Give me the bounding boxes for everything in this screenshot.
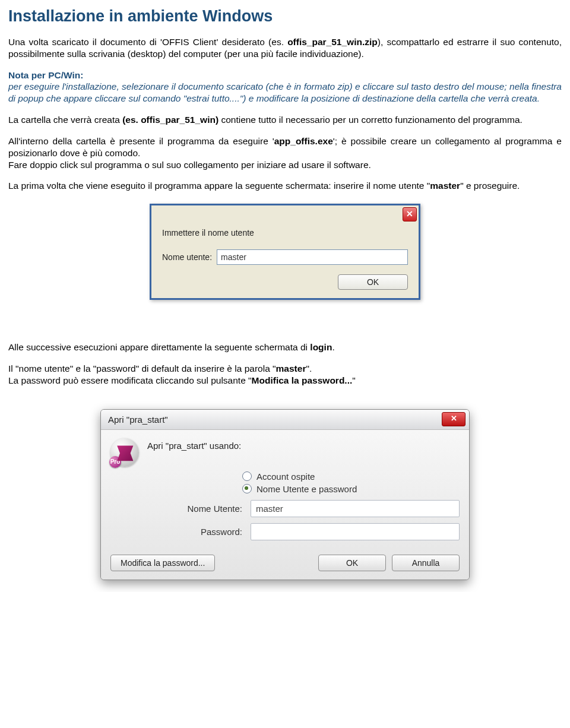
login-text: login	[310, 342, 332, 352]
text: .	[332, 342, 334, 352]
text: All'interno della cartella è presente il…	[8, 136, 274, 146]
master-text: master	[276, 363, 306, 374]
dialog2-button-row: Modifica la password... OK Annulla	[110, 550, 460, 571]
login-user-label: Nome Utente:	[147, 504, 251, 514]
close-icon[interactable]: ✕	[403, 207, 417, 221]
modify-password-text: Modifica la password...	[252, 375, 353, 385]
dialog1-prompt: Immettere il nome utente	[162, 228, 408, 238]
dialog1-body: Immettere il nome utente Nome utente: OK	[151, 205, 419, 298]
paragraph-exe: All'interno della cartella è presente il…	[8, 135, 562, 159]
dialog2-top-row: Pro Apri "pra_start" usando:	[110, 438, 460, 467]
dialog1-container: ✕ Immettere il nome utente Nome utente: …	[8, 204, 562, 300]
username-input[interactable]	[217, 249, 408, 265]
radio-guest-row[interactable]: Account ospite	[242, 471, 460, 482]
dialog1-input-row: Nome utente:	[162, 249, 408, 265]
modify-password-button[interactable]: Modifica la password...	[110, 555, 215, 571]
open-using-label: Apri "pra_start" usando:	[147, 441, 241, 451]
paragraph-login: Alle successive esecuzioni appare dirett…	[8, 341, 562, 353]
app-icon: Pro	[110, 438, 139, 467]
close-icon[interactable]: ✕	[442, 412, 466, 426]
text: Alle successive esecuzioni appare dirett…	[8, 342, 310, 352]
login-user-row: Nome Utente:	[147, 500, 460, 517]
text: La prima volta che viene eseguito il pro…	[8, 181, 430, 191]
username-dialog: ✕ Immettere il nome utente Nome utente: …	[150, 204, 420, 300]
dialog2-titlebar: Apri "pra_start" ✕	[101, 410, 469, 430]
foldername-text: (es. offis_par_51_win)	[122, 115, 218, 125]
dialog2-title: Apri "pra_start"	[108, 414, 168, 425]
cancel-button[interactable]: Annulla	[392, 555, 460, 571]
login-pass-label: Password:	[147, 527, 251, 537]
dialog1-button-row: OK	[162, 274, 408, 290]
note-text: per eseguire l'installazione, selezionar…	[8, 81, 562, 103]
paragraph-default-credentials: Il "nome utente" e la "password" di defa…	[8, 363, 562, 375]
radio-userpass-row[interactable]: Nome Utente e password	[242, 484, 460, 494]
text: Il "nome utente" e la "password" di defa…	[8, 363, 276, 374]
note-label: Nota per PC/Win	[8, 70, 80, 80]
username-label: Nome utente:	[162, 252, 212, 262]
paragraph-modify-password: La password può essere modificata clicca…	[8, 375, 562, 387]
text: contiene tutto il necessario per un corr…	[218, 115, 522, 125]
filename-text: offis_par_51_win.zip	[287, 37, 378, 47]
dialog2-form: Account ospite Nome Utente e password No…	[147, 471, 460, 540]
text: La password può essere modificata clicca…	[8, 375, 252, 385]
login-user-input[interactable]	[251, 500, 460, 517]
dialog2-body: Pro Apri "pra_start" usando: Account osp…	[101, 430, 469, 580]
text: Una volta scaricato il documento di 'OFF…	[8, 37, 287, 47]
radio-checked-icon[interactable]	[242, 484, 252, 493]
pro-badge-icon: Pro	[109, 456, 121, 468]
text: :	[80, 70, 83, 80]
login-dialog: Apri "pra_start" ✕ Pro Apri "pra_start" …	[100, 409, 470, 580]
master-text: master	[430, 181, 460, 191]
paragraph-intro: Una volta scaricato il documento di 'OFF…	[8, 36, 562, 60]
page-title: Installazione in ambiente Windows	[8, 7, 562, 26]
exe-text: app_offis.exe	[274, 136, 333, 146]
text: " e proseguire.	[460, 181, 520, 191]
radio-guest-label: Account ospite	[256, 471, 315, 482]
text: La cartella che verrà creata	[8, 115, 122, 125]
paragraph-doubleclick: Fare doppio click sul programma o sul su…	[8, 159, 562, 171]
text: ".	[306, 363, 312, 374]
dialog2-right-buttons: OK Annulla	[318, 555, 460, 571]
text: "	[352, 375, 356, 385]
paragraph-firstrun: La prima volta che viene eseguito il pro…	[8, 180, 562, 192]
note-block: Nota per PC/Win: per eseguire l'installa…	[8, 69, 562, 105]
paragraph-folder: La cartella che verrà creata (es. offis_…	[8, 114, 562, 126]
dialog2-container: Apri "pra_start" ✕ Pro Apri "pra_start" …	[8, 409, 562, 583]
login-pass-row: Password:	[147, 523, 460, 540]
radio-userpass-label: Nome Utente e password	[256, 484, 357, 494]
login-pass-input[interactable]	[251, 523, 460, 540]
ok-button[interactable]: OK	[338, 274, 408, 290]
radio-unchecked-icon[interactable]	[242, 471, 252, 481]
ok-button[interactable]: OK	[318, 555, 386, 571]
